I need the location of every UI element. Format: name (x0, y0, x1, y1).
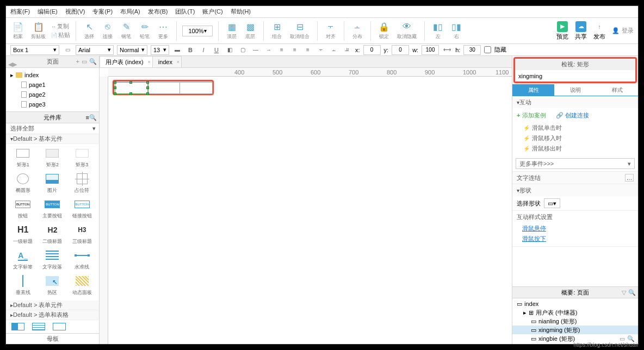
share-button[interactable]: ☁共享 (575, 21, 587, 41)
widget-preview2[interactable] (32, 323, 45, 330)
x-input[interactable] (363, 45, 381, 55)
section-text-link[interactable]: 文字连结… (512, 172, 638, 184)
event-click[interactable]: ⚡滑鼠单击时 (517, 123, 634, 133)
outline-index[interactable]: ▭index (512, 299, 638, 308)
align-right-button[interactable]: ▯▮右 (449, 20, 464, 41)
menu-account[interactable]: 账户(C) (202, 8, 222, 16)
outline-container[interactable]: ▸⊞用户表 (中继器) (512, 308, 638, 317)
valign-t-button[interactable]: ⫟ (316, 45, 326, 55)
shape-rect3[interactable]: 矩形3 (69, 147, 96, 168)
shape-link-button[interactable]: BUTTON链接按钮 (69, 198, 96, 220)
event-mouseenter[interactable]: ⚡滑鼠移入时 (517, 133, 634, 143)
widget-preview3[interactable] (53, 323, 66, 330)
tab-properties[interactable]: 属性 (512, 84, 554, 96)
tab-style[interactable]: 样式 (596, 84, 638, 96)
shape-dynpanel[interactable]: 动态面板 (69, 275, 96, 296)
shape-vline[interactable]: 垂直线 (9, 275, 36, 296)
cell-xingbie[interactable] (180, 83, 212, 93)
add-case-link[interactable]: + 添加案例 (517, 111, 546, 120)
hide-checkbox[interactable] (484, 46, 491, 53)
section-shape[interactable]: ▾ 形状 (512, 184, 638, 196)
bold-button[interactable]: B (185, 45, 195, 55)
shape-select-dropdown[interactable]: ▭▾ (544, 198, 560, 208)
lib-cat-form[interactable]: ▸ Default > 表单元件 (6, 301, 99, 310)
publish-button[interactable]: ↑发布 (593, 21, 605, 41)
arrow-button[interactable]: → (264, 45, 274, 55)
y-input[interactable] (392, 45, 409, 55)
login-button[interactable]: 👤登录 (612, 27, 634, 35)
shape-h3[interactable]: H3三级标题 (69, 224, 96, 245)
select-button[interactable]: ↖选择 (82, 20, 97, 41)
outline-nianling[interactable]: ▭nianling (矩形) (512, 317, 638, 326)
event-mouseleave[interactable]: ⚡滑鼠移出时 (517, 143, 634, 154)
tab-usertable[interactable]: 用户表 (index)× (100, 56, 153, 67)
library-select[interactable]: 选择全部▾ (6, 123, 99, 134)
zoom-select[interactable]: 100% ▾ (182, 26, 213, 36)
shape-hrule[interactable]: 水准线 (69, 249, 96, 271)
shape-primary-button[interactable]: BUTTON主要按钮 (39, 198, 66, 220)
canvas-repeater-table[interactable] (115, 82, 213, 94)
line-button[interactable]: — (251, 45, 261, 55)
menu-help[interactable]: 帮助(H) (231, 8, 251, 16)
lib-search-icon[interactable]: 🔍 (89, 114, 97, 121)
shape-paragraph[interactable]: 文字段落 (39, 249, 66, 271)
group-button[interactable]: ⊞组合 (269, 20, 284, 41)
page-index[interactable]: ▸index (6, 70, 99, 80)
menu-project[interactable]: 专案(P) (92, 8, 113, 16)
widget-name-input[interactable] (515, 70, 635, 82)
outline-xingming[interactable]: ▭xingming (矩形) (512, 326, 638, 334)
canvas[interactable] (108, 77, 512, 344)
folder-icon[interactable]: ▭ (82, 58, 87, 65)
unhide-button[interactable]: 👁取消隐藏 (395, 20, 419, 41)
section-interactions[interactable]: ▾ 互动 (512, 96, 638, 108)
file-button[interactable]: 📄档案 (10, 20, 26, 41)
connect-button[interactable]: ⎋连接 (100, 20, 115, 41)
shape-h1[interactable]: H1一级标题 (9, 224, 36, 245)
preview-button[interactable]: ▶预览 (556, 21, 568, 41)
tab-notes[interactable]: 说明 (554, 84, 596, 96)
menu-publish[interactable]: 发布(B) (148, 8, 168, 16)
page-page2[interactable]: page2 (6, 90, 99, 99)
filter-icon[interactable]: ▽ (622, 289, 626, 296)
pencil-button[interactable]: ✏铅笔 (137, 20, 152, 41)
align-button[interactable]: ⫟对齐 (323, 20, 338, 41)
valign-m-button[interactable]: ⫠ (329, 45, 339, 55)
close-icon[interactable]: × (147, 59, 150, 65)
shape-h2[interactable]: H2二级标题 (39, 224, 66, 245)
menu-arrange[interactable]: 布局(A) (120, 8, 140, 16)
clipboard-button[interactable]: 📋剪贴板 (29, 20, 48, 41)
distribute-button[interactable]: ⫠分布 (350, 20, 365, 41)
shape-rect1[interactable]: 矩形1 (9, 147, 36, 168)
size-dropdown[interactable]: 13▾ (151, 45, 169, 55)
page-page3[interactable]: page3 (6, 99, 99, 109)
shape-label[interactable]: A_文字标签 (9, 249, 36, 271)
shape-button[interactable]: BUTTON按钮 (9, 198, 36, 220)
more-button[interactable]: ⋯更多 (156, 20, 171, 41)
shape-hotspot[interactable]: 热区 (39, 275, 66, 296)
front-button[interactable]: ▦顶层 (224, 20, 239, 41)
align-c-button[interactable]: ≡ (290, 45, 300, 55)
font-dropdown[interactable]: Arial▾ (76, 45, 114, 55)
paste-button[interactable]: 📄 粘贴 (51, 31, 70, 39)
shape-icon[interactable]: ▭ (63, 45, 72, 55)
align-left-button[interactable]: ▮▯左 (430, 20, 445, 41)
lock-button[interactable]: 🔒锁定 (376, 20, 392, 41)
search-icon[interactable]: 🔍 (89, 58, 97, 65)
widget-preview1[interactable] (11, 323, 24, 330)
search-icon[interactable]: 🔍 (628, 289, 636, 296)
shape-placeholder[interactable]: 占位符 (69, 173, 96, 194)
tab-index[interactable]: index× (152, 56, 182, 67)
italic-button[interactable]: I (199, 45, 208, 55)
selection-dropdown[interactable]: Box 1▾ (10, 45, 59, 55)
close-icon[interactable]: × (177, 59, 179, 65)
weight-dropdown[interactable]: Normal▾ (117, 45, 147, 55)
border-button[interactable]: ▢ (238, 45, 247, 55)
ungroup-button[interactable]: ⊟取消组合 (288, 20, 312, 41)
more-events-dropdown[interactable]: 更多事件>>>▾ (516, 158, 635, 169)
underline-button[interactable]: U (212, 45, 221, 55)
back-button[interactable]: ▩底层 (243, 20, 258, 41)
valign-b-button[interactable]: ⫡ (342, 45, 352, 55)
lib-cat-basic[interactable]: ▾ Default > 基本元件 (6, 134, 99, 144)
shape-image[interactable]: 图片 (39, 173, 66, 194)
align-l-button[interactable]: ≡ (277, 45, 287, 55)
